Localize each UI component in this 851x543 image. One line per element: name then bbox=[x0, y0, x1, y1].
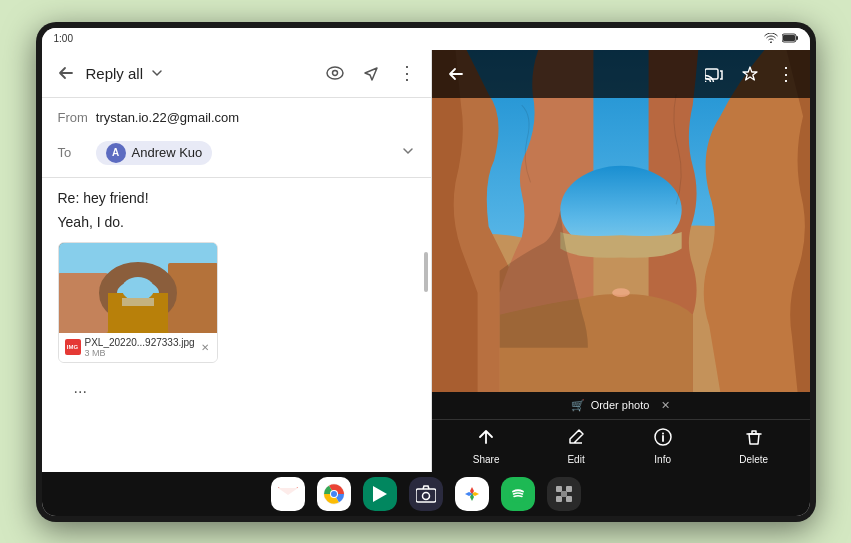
share-label: Share bbox=[473, 454, 500, 465]
svg-rect-29 bbox=[556, 496, 562, 502]
svg-rect-12 bbox=[122, 298, 154, 306]
order-photo-bar: 🛒 Order photo ✕ bbox=[432, 392, 810, 420]
compose-fields: From trystan.io.22@gmail.com To A Andrew… bbox=[42, 98, 431, 178]
gmail-title: Reply all bbox=[86, 65, 144, 82]
delete-icon bbox=[744, 427, 764, 452]
from-value: trystan.io.22@gmail.com bbox=[96, 110, 239, 125]
svg-point-23 bbox=[331, 491, 337, 497]
svg-point-17 bbox=[612, 288, 630, 297]
svg-rect-31 bbox=[561, 491, 567, 497]
svg-rect-27 bbox=[556, 486, 562, 492]
order-photo-label: Order photo bbox=[591, 399, 650, 411]
photos-back-button[interactable] bbox=[440, 58, 472, 90]
nav-app-play[interactable] bbox=[363, 477, 397, 511]
tablet-screen: 1:00 Reply all bbox=[42, 28, 810, 516]
photos-toolbar: ⋮ bbox=[432, 50, 810, 98]
recipient-avatar: A bbox=[106, 143, 126, 163]
from-field-row: From trystan.io.22@gmail.com bbox=[42, 102, 431, 133]
gmail-back-button[interactable] bbox=[50, 57, 82, 89]
to-label: To bbox=[58, 145, 88, 160]
svg-rect-30 bbox=[566, 496, 572, 502]
share-button[interactable]: Share bbox=[473, 427, 500, 465]
status-bar: 1:00 bbox=[42, 28, 810, 50]
order-photo-close-button[interactable]: ✕ bbox=[661, 399, 670, 412]
reply-dropdown-button[interactable] bbox=[147, 63, 167, 83]
svg-point-19 bbox=[662, 432, 664, 434]
edit-button[interactable]: Edit bbox=[566, 427, 586, 465]
edit-label: Edit bbox=[567, 454, 584, 465]
photos-actions: Share Edit Info bbox=[432, 420, 810, 472]
compose-body[interactable]: Re: hey friend! Yeah, I do. bbox=[42, 178, 431, 472]
svg-rect-7 bbox=[59, 273, 108, 333]
to-expand-button[interactable] bbox=[401, 144, 415, 161]
recipient-name: Andrew Kuo bbox=[132, 145, 203, 160]
attachment-preview: IMG PXL_20220...927333.jpg 3 MB ✕ bbox=[58, 242, 218, 363]
attachment-size: 3 MB bbox=[85, 348, 195, 358]
attachment-info: IMG PXL_20220...927333.jpg 3 MB ✕ bbox=[59, 333, 217, 362]
preview-button[interactable] bbox=[319, 57, 351, 89]
compose-subject: Re: hey friend! bbox=[58, 190, 415, 206]
battery-icon bbox=[782, 33, 798, 45]
info-button[interactable]: Info bbox=[653, 427, 673, 465]
compose-ellipsis: ... bbox=[58, 371, 415, 405]
svg-point-14 bbox=[705, 80, 707, 82]
svg-rect-1 bbox=[796, 36, 798, 40]
tablet-frame: 1:00 Reply all bbox=[36, 22, 816, 522]
to-field-row[interactable]: To A Andrew Kuo bbox=[42, 133, 431, 173]
status-time: 1:00 bbox=[54, 33, 73, 44]
main-content: Reply all ⋮ bbox=[42, 50, 810, 472]
gmail-toolbar: Reply all ⋮ bbox=[42, 50, 431, 98]
wifi-icon bbox=[764, 33, 778, 45]
split-drag-handle[interactable] bbox=[424, 252, 428, 292]
edit-icon bbox=[566, 427, 586, 452]
svg-rect-28 bbox=[566, 486, 572, 492]
attachment-filename: PXL_20220...927333.jpg bbox=[85, 337, 195, 348]
delete-label: Delete bbox=[739, 454, 768, 465]
svg-point-3 bbox=[327, 67, 343, 79]
nav-app-camera[interactable] bbox=[409, 477, 443, 511]
photos-panel: ⋮ bbox=[432, 50, 810, 472]
nav-app-photos[interactable] bbox=[455, 477, 489, 511]
order-photo-icon: 🛒 bbox=[571, 399, 585, 412]
gmail-toolbar-icons: ⋮ bbox=[319, 57, 423, 89]
star-button[interactable] bbox=[734, 58, 766, 90]
from-label: From bbox=[58, 110, 88, 125]
bottom-nav bbox=[42, 472, 810, 516]
more-options-button[interactable]: ⋮ bbox=[391, 57, 423, 89]
info-icon bbox=[653, 427, 673, 452]
svg-point-25 bbox=[422, 492, 429, 499]
attachment-type-icon: IMG bbox=[65, 339, 81, 355]
svg-rect-2 bbox=[783, 35, 795, 41]
info-label: Info bbox=[654, 454, 671, 465]
cast-button[interactable] bbox=[698, 58, 730, 90]
recipient-chip[interactable]: A Andrew Kuo bbox=[96, 141, 213, 165]
svg-point-26 bbox=[509, 485, 527, 503]
nav-app-grid[interactable] bbox=[547, 477, 581, 511]
attachment-remove-button[interactable]: ✕ bbox=[199, 340, 211, 354]
delete-button[interactable]: Delete bbox=[739, 427, 768, 465]
main-photo bbox=[432, 50, 810, 392]
photos-more-button[interactable]: ⋮ bbox=[770, 58, 802, 90]
status-icons bbox=[764, 33, 798, 45]
svg-point-11 bbox=[122, 277, 154, 301]
attachment-image bbox=[59, 243, 217, 333]
nav-app-gmail[interactable] bbox=[271, 477, 305, 511]
nav-app-chrome[interactable] bbox=[317, 477, 351, 511]
share-icon bbox=[476, 427, 496, 452]
gmail-panel: Reply all ⋮ bbox=[42, 50, 432, 472]
send-button[interactable] bbox=[355, 57, 387, 89]
photos-bottom-bar: 🛒 Order photo ✕ Share bbox=[432, 392, 810, 472]
compose-text: Yeah, I do. bbox=[58, 214, 415, 230]
svg-point-4 bbox=[332, 71, 337, 76]
nav-app-spotify[interactable] bbox=[501, 477, 535, 511]
